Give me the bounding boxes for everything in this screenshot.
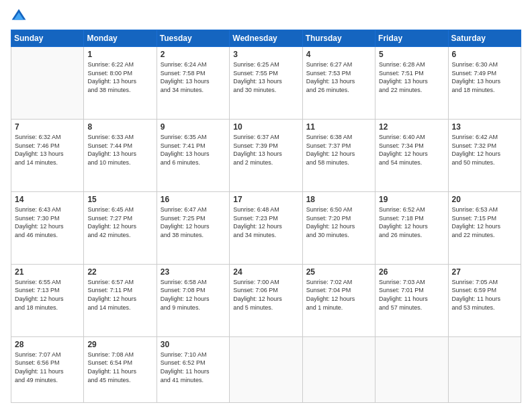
week-row-4: 21Sunrise: 6:55 AMSunset: 7:13 PMDayligh…	[11, 264, 521, 336]
sunset-text: Sunset: 7:34 PM	[379, 142, 444, 150]
sunset-text: Sunset: 7:41 PM	[161, 142, 226, 150]
calendar-cell: 7Sunrise: 6:32 AMSunset: 7:46 PMDaylight…	[11, 119, 84, 191]
daylight-text: Daylight: 12 hours	[87, 295, 152, 304]
sunset-text: Sunset: 7:04 PM	[306, 286, 371, 295]
day-number: 14	[15, 195, 80, 204]
daylight-text: Daylight: 13 hours	[161, 77, 226, 86]
sunrise-text: Sunrise: 6:57 AM	[87, 278, 152, 287]
logo	[11, 8, 30, 24]
day-number: 13	[452, 122, 517, 132]
daylight-text: Daylight: 12 hours	[161, 295, 226, 304]
weekday-header-sunday: Sunday	[11, 30, 84, 47]
day-number: 27	[452, 267, 517, 277]
day-number: 23	[161, 267, 226, 277]
daylight-text: and 58 minutes.	[306, 158, 371, 167]
daylight-text: and 42 minutes.	[87, 231, 152, 240]
calendar-cell	[230, 336, 302, 402]
daylight-text: Daylight: 12 hours	[379, 150, 444, 158]
sunrise-text: Sunrise: 6:55 AM	[15, 278, 80, 287]
daylight-text: Daylight: 13 hours	[15, 150, 80, 158]
sunrise-text: Sunrise: 6:40 AM	[379, 133, 444, 142]
sunset-text: Sunset: 7:32 PM	[452, 142, 517, 150]
daylight-text: and 38 minutes.	[161, 231, 226, 240]
calendar-cell: 8Sunrise: 6:33 AMSunset: 7:44 PMDaylight…	[84, 119, 157, 191]
daylight-text: and 14 minutes.	[15, 158, 80, 167]
week-row-1: 1Sunrise: 6:22 AMSunset: 8:00 PMDaylight…	[11, 47, 521, 120]
daylight-text: Daylight: 12 hours	[15, 295, 80, 304]
day-number: 1	[87, 50, 152, 59]
sunset-text: Sunset: 7:08 PM	[161, 286, 226, 295]
daylight-text: Daylight: 12 hours	[379, 222, 444, 231]
weekday-header-row: SundayMondayTuesdayWednesdayThursdayFrid…	[11, 30, 521, 47]
daylight-text: and 22 minutes.	[452, 231, 517, 240]
sunrise-text: Sunrise: 6:52 AM	[379, 205, 444, 214]
day-number: 20	[452, 195, 517, 204]
sunrise-text: Sunrise: 6:32 AM	[15, 133, 80, 142]
daylight-text: and 22 minutes.	[379, 86, 444, 95]
daylight-text: and 30 minutes.	[306, 231, 371, 240]
day-number: 19	[379, 195, 444, 204]
calendar-cell: 4Sunrise: 6:27 AMSunset: 7:53 PMDaylight…	[302, 47, 375, 120]
sunset-text: Sunset: 7:06 PM	[233, 286, 298, 295]
calendar-cell: 20Sunrise: 6:53 AMSunset: 7:15 PMDayligh…	[448, 191, 521, 264]
sunset-text: Sunset: 7:53 PM	[306, 69, 371, 78]
daylight-text: and 6 minutes.	[161, 158, 226, 167]
calendar-table: SundayMondayTuesdayWednesdayThursdayFrid…	[11, 30, 521, 403]
calendar-cell: 19Sunrise: 6:52 AMSunset: 7:18 PMDayligh…	[375, 191, 448, 264]
sunrise-text: Sunrise: 6:43 AM	[15, 205, 80, 214]
calendar-cell: 22Sunrise: 6:57 AMSunset: 7:11 PMDayligh…	[84, 264, 157, 336]
sunrise-text: Sunrise: 6:28 AM	[379, 60, 444, 69]
day-number: 10	[233, 122, 298, 132]
daylight-text: and 45 minutes.	[87, 376, 152, 385]
daylight-text: Daylight: 11 hours	[87, 367, 152, 376]
daylight-text: Daylight: 12 hours	[452, 150, 517, 158]
sunrise-text: Sunrise: 6:24 AM	[161, 60, 226, 69]
sunrise-text: Sunrise: 6:45 AM	[87, 205, 152, 214]
daylight-text: Daylight: 11 hours	[161, 367, 226, 376]
daylight-text: and 30 minutes.	[233, 86, 298, 95]
sunrise-text: Sunrise: 6:58 AM	[161, 278, 226, 287]
daylight-text: Daylight: 13 hours	[379, 77, 444, 86]
calendar-cell: 15Sunrise: 6:45 AMSunset: 7:27 PMDayligh…	[84, 191, 157, 264]
sunset-text: Sunset: 7:11 PM	[87, 286, 152, 295]
sunset-text: Sunset: 8:00 PM	[87, 69, 152, 78]
sunrise-text: Sunrise: 6:37 AM	[233, 133, 298, 142]
calendar-cell	[448, 336, 521, 402]
sunset-text: Sunset: 7:30 PM	[15, 214, 80, 223]
calendar-cell: 25Sunrise: 7:02 AMSunset: 7:04 PMDayligh…	[302, 264, 375, 336]
sunrise-text: Sunrise: 6:25 AM	[233, 60, 298, 69]
daylight-text: Daylight: 12 hours	[452, 222, 517, 231]
sunrise-text: Sunrise: 6:48 AM	[233, 205, 298, 214]
day-number: 7	[15, 122, 80, 132]
daylight-text: Daylight: 13 hours	[452, 77, 517, 86]
sunset-text: Sunset: 7:15 PM	[452, 214, 517, 223]
calendar-cell: 27Sunrise: 7:05 AMSunset: 6:59 PMDayligh…	[448, 264, 521, 336]
daylight-text: Daylight: 12 hours	[233, 222, 298, 231]
calendar-cell: 12Sunrise: 6:40 AMSunset: 7:34 PMDayligh…	[375, 119, 448, 191]
sunrise-text: Sunrise: 6:53 AM	[452, 205, 517, 214]
day-number: 3	[233, 50, 298, 59]
day-number: 28	[15, 340, 80, 349]
daylight-text: and 34 minutes.	[233, 231, 298, 240]
sunrise-text: Sunrise: 7:03 AM	[379, 278, 444, 287]
sunrise-text: Sunrise: 7:08 AM	[87, 351, 152, 359]
calendar-cell: 1Sunrise: 6:22 AMSunset: 8:00 PMDaylight…	[84, 47, 157, 120]
calendar-cell: 16Sunrise: 6:47 AMSunset: 7:25 PMDayligh…	[157, 191, 229, 264]
daylight-text: and 57 minutes.	[379, 304, 444, 312]
sunset-text: Sunset: 7:46 PM	[15, 142, 80, 150]
daylight-text: and 38 minutes.	[87, 86, 152, 95]
sunrise-text: Sunrise: 6:47 AM	[161, 205, 226, 214]
daylight-text: Daylight: 12 hours	[15, 222, 80, 231]
day-number: 6	[452, 50, 517, 59]
weekday-header-saturday: Saturday	[448, 30, 521, 47]
daylight-text: and 54 minutes.	[379, 158, 444, 167]
day-number: 12	[379, 122, 444, 132]
calendar-cell: 2Sunrise: 6:24 AMSunset: 7:58 PMDaylight…	[157, 47, 229, 120]
calendar-cell: 11Sunrise: 6:38 AMSunset: 7:37 PMDayligh…	[302, 119, 375, 191]
day-number: 11	[306, 122, 371, 132]
calendar-cell	[11, 47, 84, 120]
daylight-text: Daylight: 13 hours	[87, 77, 152, 86]
week-row-2: 7Sunrise: 6:32 AMSunset: 7:46 PMDaylight…	[11, 119, 521, 191]
sunrise-text: Sunrise: 6:50 AM	[306, 205, 371, 214]
daylight-text: and 5 minutes.	[233, 304, 298, 312]
